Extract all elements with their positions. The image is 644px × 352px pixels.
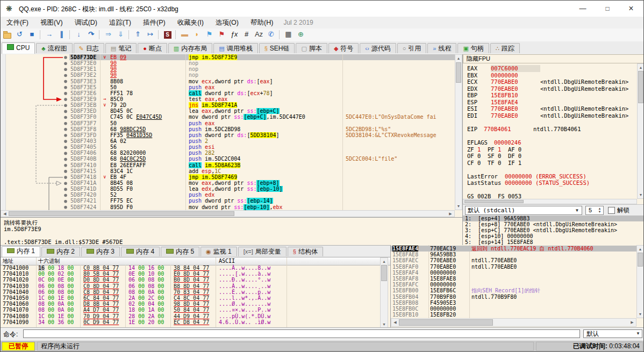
- dump-tab-内存 3[interactable]: 内存 3: [81, 247, 120, 256]
- register-row-ecx[interactable]: ECX770EABE0<ntdll.DbgUiRemoteBreakin>: [467, 78, 637, 85]
- scroll-left-arrow[interactable]: ◀: [392, 319, 398, 326]
- argument-row[interactable]: 4: [esp+10] 00000000: [463, 233, 644, 239]
- disasm-row[interactable]: 5D8F73E290nop: [69, 72, 455, 78]
- dump-row[interactable]: 770410501C 00 1E 006C 84 04 772A 00 2C 0…: [1, 295, 380, 301]
- scroll-up-arrow[interactable]: ▲: [455, 55, 462, 61]
- calling-convention-select[interactable]: 默认 (stdcall) ▼: [465, 206, 582, 215]
- register-row-esp[interactable]: ESP15E8FAE4: [467, 99, 637, 106]
- internet-help-icon[interactable]: ⊕: [295, 29, 306, 40]
- disasm-row[interactable]: 5D8F73E550push eax: [69, 84, 455, 90]
- stack-row[interactable]: 15E8FB0015E8FB6C指向SEH_Record[1]的指针: [391, 288, 636, 293]
- disasm-row[interactable]: 5D8F73F868 98BDC25Dpush im.5DC2BD985DC2B…: [69, 126, 455, 132]
- scroll-left-arrow[interactable]: ◀: [2, 211, 8, 217]
- register-row-edx[interactable]: EDX770EABE0<ntdll.DbgUiRemoteBreakin>: [467, 85, 637, 92]
- dump-row[interactable]: 7704106008 00 0A 00D8 8B 04 7702 00 04 0…: [1, 301, 380, 307]
- menu-item-选[interactable]: 选项(O): [210, 17, 245, 29]
- disasm-row[interactable]: 5D8F7424895D F0mov dword ptr ss:[ebp-10]…: [69, 204, 455, 210]
- maximize-button[interactable]: □: [595, 1, 620, 17]
- stack-vertical-scrollbar[interactable]: ▲ ▼: [636, 245, 644, 318]
- menu-item-插[interactable]: 插件(P): [137, 17, 171, 29]
- register-row-eip[interactable]: EIP770B4061ntdll.770B4061: [467, 126, 637, 133]
- scylla-icon[interactable]: S: [162, 29, 173, 40]
- disasm-row[interactable]: 5D8F740B68 04C0C25Dpush im.5DC2C0045DC2C…: [69, 156, 455, 162]
- register-row-edi[interactable]: EDI770EABE0<ntdll.DbgUiRemoteBreakin>: [467, 112, 637, 119]
- stack-row[interactable]: 15E8FAFC00000000: [391, 282, 636, 288]
- disasm-row[interactable]: 5D8F73E6FF51 78call dword ptr ds:[ecx+78…: [69, 90, 455, 96]
- command-script-dropdown[interactable]: 默认 ▼: [583, 329, 642, 338]
- disasm-row[interactable]: 5D8F73FDFF35 0481D35Dpush dword ptr ds:[…: [69, 132, 455, 138]
- tab-CPU[interactable]: CPU: [2, 42, 35, 54]
- stack-row[interactable]: 15E8FAF0770EABE0ntdll.770EABE0: [391, 264, 636, 270]
- tab-跟踪[interactable]: ∴跟踪: [490, 43, 520, 53]
- registers-panel[interactable]: 隐藏FPU EAX007C6000EBX00000000ECX770EABE0<…: [463, 54, 644, 245]
- stack-row[interactable]: 15E8FAE4770EAC19返回到 ntdll.770EAC19 自 ntd…: [391, 246, 636, 252]
- dump-row[interactable]: 770410801C 00 1E 0070 D9 04 7728 00 2A 0…: [1, 313, 380, 319]
- dump-tab-结构体[interactable]: §结构体: [288, 247, 323, 256]
- register-row-ebp[interactable]: EBP15E8FB10: [467, 92, 637, 99]
- scroll-up-arrow[interactable]: ▲: [637, 246, 643, 252]
- minimize-button[interactable]: —: [570, 1, 595, 17]
- disasm-row[interactable]: 5D8F740668 82020000push 282: [69, 150, 455, 156]
- registers-vertical-scrollbar[interactable]: ▲ ▼: [637, 63, 644, 199]
- patches-icon[interactable]: ▬: [179, 29, 190, 40]
- dump-tab-监视 1[interactable]: ◉监视 1: [201, 247, 237, 256]
- disasm-row[interactable]: 5D8F73E9→85C0test eax,eax: [69, 96, 455, 102]
- menu-item-调[interactable]: 调试(D): [69, 17, 103, 29]
- tab-日志[interactable]: ✎日志: [74, 43, 104, 53]
- dump-tab-内存 5[interactable]: 内存 5: [161, 247, 199, 256]
- stack-row[interactable]: 15E8FB04770B9F80ntdll.770B9F80: [391, 294, 636, 300]
- disasm-row[interactable]: 5D8F741583C4 1Cadd esp,1C: [69, 168, 455, 174]
- scrollbar-thumb[interactable]: [464, 200, 524, 203]
- scroll-right-arrow[interactable]: ▶: [629, 319, 635, 326]
- argument-depth-spinner[interactable]: 5 ▲ ▼: [585, 206, 604, 215]
- menu-item-文[interactable]: 文件(F): [1, 17, 34, 29]
- labels-icon[interactable]: ⚑: [204, 29, 215, 40]
- disasm-row[interactable]: 5D8F73ED8D45 0Clea eax,dword ptr ss:[ebp…: [69, 108, 455, 114]
- stack-panel[interactable]: 15E8FAE4770EAC19返回到 ntdll.770EAC19 自 ntd…: [390, 245, 644, 327]
- scroll-down-arrow[interactable]: ▼: [638, 192, 644, 198]
- tab-笔记[interactable]: ▤笔记: [105, 43, 137, 53]
- tab-句柄[interactable]: ▣句柄: [457, 43, 489, 53]
- disasm-vertical-scrollbar[interactable]: ▲ ▼: [455, 54, 462, 210]
- argument-row[interactable]: 5: [esp+14] 15E8FAE8: [463, 239, 644, 245]
- close-process-icon[interactable]: ■: [26, 29, 38, 40]
- disasm-row[interactable]: 5D8F73E190nop: [69, 66, 455, 72]
- register-row-eax[interactable]: EAX007C6000: [467, 65, 637, 72]
- hide-fpu-button[interactable]: 隐藏FPU: [463, 54, 644, 63]
- register-row-eflags[interactable]: EFLAGS00000246: [467, 139, 637, 146]
- dump-row[interactable]: 7704100016 00 18 00C0 8B 04 7714 00 16 0…: [1, 265, 380, 271]
- stack-row[interactable]: 15E8FB08F45905E3: [391, 300, 636, 306]
- memory-dump-panel[interactable]: 地址 十六进制 ASCII 7704100016 00 18 00C0 8B 0…: [1, 257, 390, 328]
- dump-row[interactable]: 7704103006 00 08 00C0 8D 04 7706 00 08 0…: [1, 283, 380, 289]
- tab-引用[interactable]: ○引用: [397, 43, 427, 53]
- calculator-icon[interactable]: ▦: [283, 29, 294, 40]
- disasm-row[interactable]: 5D8F7418∨EB 4Fjmp im.5D8F7469: [69, 174, 455, 180]
- tab-内存布局[interactable]: ▥内存布局: [168, 43, 212, 53]
- disasm-row[interactable]: 5D8F73EB∨79 2Djns im.5D8F741A: [69, 102, 455, 108]
- disasm-row[interactable]: 5D8F741A8B45 08mov eax,dword ptr ss:[ebp…: [69, 180, 455, 186]
- tab-流程图[interactable]: ♣流程图: [36, 43, 72, 53]
- disasm-row[interactable]: 5D8F7410E8 26EEFAFFcall im.5D8A623B: [69, 162, 455, 168]
- dump-row[interactable]: 7704107008 00 0A 00A4 D7 04 7718 00 1A 0…: [1, 307, 380, 313]
- dump-vertical-scrollbar[interactable]: ▲ ▼: [380, 257, 388, 328]
- step-into-icon[interactable]: ↓: [73, 29, 84, 40]
- animate-into-icon[interactable]: ⇒: [103, 29, 114, 40]
- disasm-row[interactable]: 5D8F73DE∨EB 09jmp im.5D8F73E9: [69, 54, 455, 60]
- spin-down-icon[interactable]: ▼: [597, 210, 603, 214]
- dropdown-arrow-icon[interactable]: ▼: [636, 330, 640, 337]
- restart-icon[interactable]: ↺: [14, 29, 25, 40]
- run-icon[interactable]: →: [44, 29, 55, 40]
- scrollbar-thumb[interactable]: [456, 62, 461, 83]
- tab-断点[interactable]: ●断点: [138, 43, 167, 53]
- unlock-checkbox[interactable]: [608, 207, 615, 214]
- open-file-icon[interactable]: [2, 29, 13, 40]
- disasm-horizontal-scrollbar[interactable]: ◀ ▶: [1, 210, 455, 217]
- dump-row[interactable]: 7704104006 00 08 00C8 8D 04 7708 00 0A 0…: [1, 289, 380, 295]
- menu-item-追[interactable]: 追踪(T): [103, 17, 137, 29]
- disasm-row[interactable]: 5D8F73E090nop: [69, 60, 455, 66]
- case-az-icon[interactable]: Az: [253, 29, 264, 40]
- dump-tab-局部变量[interactable]: [x=]局部变量: [238, 247, 287, 256]
- disasm-row[interactable]: 5D8F741D8D55 F0lea edx,dword ptr ss:[ebp…: [69, 186, 455, 192]
- dump-row[interactable]: 770410200C 00 0E 00D0 8D 04 7706 00 08 0…: [1, 277, 380, 283]
- bookmarks-icon[interactable]: ⚑: [216, 29, 227, 40]
